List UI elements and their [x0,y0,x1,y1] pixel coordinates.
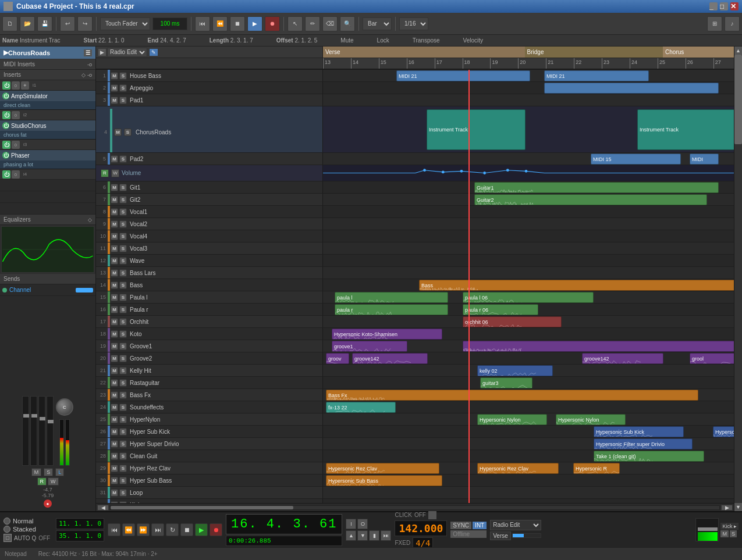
chorus-roads-header[interactable]: ▶ ChorusRoads ☰ [0,47,95,59]
clip[interactable]: Hypersonic Sub Bass [326,475,442,486]
clip[interactable]: Guitar1 [474,182,719,193]
track-solo-btn[interactable]: S [119,220,127,228]
rewind-btn[interactable]: ⏮ [195,16,210,31]
track-name-label[interactable]: Wave [127,258,321,264]
scroll-vert-thumb[interactable] [734,55,742,144]
track-mute-btn[interactable]: M [111,155,118,163]
track-solo-btn[interactable]: S [119,184,127,191]
track-name-label[interactable]: Vocal3 [127,245,321,252]
scroll-left-btn[interactable]: ◀ [97,505,109,511]
track-mute-btn[interactable]: M [111,477,118,484]
ampsim-power[interactable]: ⏻ [2,111,10,119]
ampsim-bypass[interactable]: ○ [12,111,20,119]
track-name-label[interactable]: Vocal2 [127,221,321,227]
ch-fader-knob[interactable] [698,527,718,531]
normal-radio[interactable] [3,518,10,525]
track-name-label[interactable]: Paula r [127,306,321,313]
ch-m-btn[interactable]: M [720,530,729,537]
master-select[interactable]: Radio Edit [107,48,147,57]
track-solo-btn[interactable]: S [119,404,127,411]
eq-toggle[interactable]: ◇ [88,217,92,223]
clip[interactable]: Hypersonic Rez Clav [477,463,559,474]
int-btn[interactable]: INT [473,522,487,529]
track-name-label[interactable]: Hyper Rez Clav [127,465,321,472]
touch-fader-select[interactable]: Touch Fader [100,17,150,30]
horiz-scrollbar[interactable]: ◀ ▶ [96,503,734,511]
track-name-label[interactable]: Pad2 [127,156,321,162]
clip[interactable]: Hypersonic Koto-Shamisen [332,329,442,340]
clip[interactable]: Hypersonic Sub Kick [594,426,684,437]
pitch-down-btn[interactable]: ▼ [357,530,368,541]
clip[interactable]: MIDI 15 [591,154,681,165]
inserts-toggle[interactable]: ◇ -o [81,72,92,78]
record-transport[interactable]: ⏺ [210,523,222,536]
fader-3[interactable] [38,396,45,466]
track-name-label[interactable]: Bass Fx [127,392,321,398]
track-name-label[interactable]: Loop [127,490,321,496]
fast-fwd-end[interactable]: ⏭ [151,523,164,536]
master-track-transport[interactable]: Radio Edit [490,520,541,530]
play-btn[interactable]: ▶ [247,16,262,31]
scroll-track[interactable] [110,505,720,510]
track-menu-btn[interactable]: ☰ [84,49,92,56]
track-solo-btn[interactable]: S [119,330,127,338]
track-mute-btn[interactable]: M [111,208,118,216]
clip[interactable]: Guitar2 [474,194,707,205]
fast-rewind[interactable]: ⏪ [122,523,135,536]
track-mute-btn[interactable]: M [114,129,122,136]
track-name-label[interactable]: Rastaguitar [127,380,321,386]
clip[interactable]: Hypersonic Rez Clav [326,463,439,474]
track-solo-btn[interactable]: S [119,355,127,362]
track-name-label[interactable]: Hyper Sub Bass [127,477,321,484]
ch-s-btn[interactable]: S [730,530,737,537]
clip[interactable]: groove142 [352,353,428,364]
clip[interactable]: fx-13 22 [326,402,396,413]
track-solo-btn[interactable]: S [119,294,127,301]
s-btn[interactable]: S [44,468,53,476]
w-btn[interactable]: W [48,477,59,486]
fader-1[interactable] [22,396,29,466]
track-solo-btn[interactable]: S [119,489,127,497]
track-solo-btn[interactable]: S [124,129,132,136]
punch-out-btn[interactable]: O [357,519,368,529]
clip[interactable]: Bass Fx [326,390,698,401]
track-mute-btn[interactable]: M [111,452,118,460]
snap-select[interactable]: Bar [363,17,392,30]
r-btn[interactable]: R [37,477,47,486]
track-solo-btn[interactable]: S [119,208,127,216]
clip[interactable]: MIDI [690,154,719,165]
clip[interactable] [544,83,719,94]
record-btn-strip[interactable]: ● [44,500,52,508]
save-btn[interactable]: 💾 [37,16,52,31]
vertical-scrollbar[interactable]: ▲ ▼ [734,47,742,511]
track-solo-btn[interactable]: S [119,97,127,104]
track-name-label[interactable]: Groove1 [127,343,321,349]
chorus-power-btn[interactable]: ⏻ [2,141,10,149]
locator1-display[interactable]: 11. 1. 1. 0 [56,518,104,529]
click-toggle[interactable] [428,511,436,519]
track-name-label[interactable]: Hyper Super Drivio [127,441,321,447]
undo-btn[interactable]: ↩ [60,16,75,31]
track-solo-btn[interactable]: S [119,477,127,484]
track-solo-btn[interactable]: S [119,343,127,350]
track-mute-btn[interactable]: M [111,489,118,497]
bypass-btn[interactable]: ○ [12,81,20,90]
track-name-label[interactable]: Koto [127,331,321,337]
clip[interactable]: MIDI 21 [396,70,530,81]
track-name-label[interactable]: Orchhit [127,319,321,325]
track-solo-btn[interactable]: S [119,306,127,313]
offline-btn[interactable]: Offline [450,530,487,538]
close-btn[interactable]: ✕ [730,2,739,10]
auto-w-btn[interactable]: W [111,169,119,177]
track-mute-btn[interactable]: M [111,367,118,374]
maximize-btn[interactable]: □ [720,2,728,10]
record-btn[interactable]: ⏺ [265,16,280,31]
pitch-up-btn[interactable]: ▲ [346,530,356,541]
clip[interactable]: Hypersonic R [573,463,620,474]
scroll-thumb[interactable] [111,506,293,509]
track-name-label[interactable]: Hyper Sub Kick [127,429,321,435]
track-mute-btn[interactable]: M [111,306,118,313]
track-mute-btn[interactable]: M [111,428,118,436]
clip[interactable]: Take 1 (clean git) [594,451,704,462]
amp-preset[interactable]: direct clean [0,101,95,109]
